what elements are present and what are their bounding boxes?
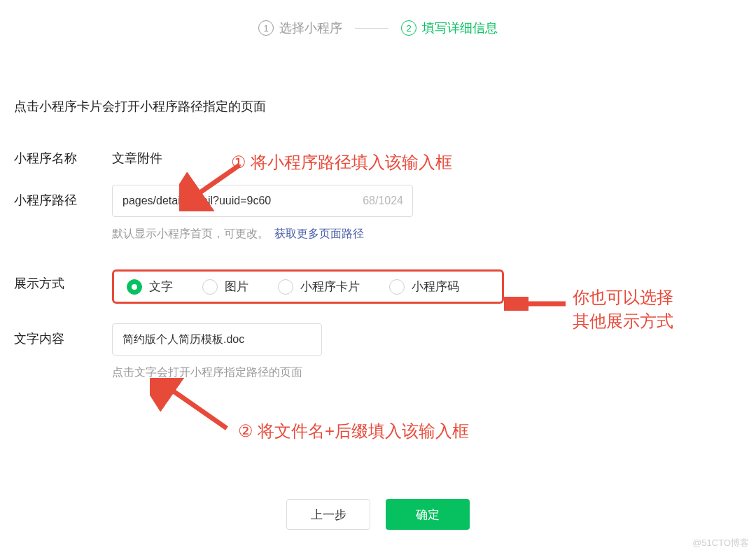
step-divider (355, 28, 388, 29)
step-number-icon: 2 (401, 20, 416, 36)
step-2-active[interactable]: 2 填写详细信息 (401, 20, 498, 36)
radio-label: 小程序码 (412, 279, 459, 295)
radio-label: 图片 (225, 279, 248, 295)
radio-label: 文字 (149, 279, 173, 295)
annotation-3: 你也可以选择其他展示方式 (573, 286, 673, 332)
text-content-hint: 点击文字会打开小程序指定路径的页面 (112, 365, 742, 380)
get-more-paths-link[interactable]: 获取更多页面路径 (274, 227, 364, 239)
annotation-num-icon: ① (231, 153, 246, 172)
radio-text[interactable]: 文字 (127, 279, 173, 295)
char-counter: 68/1024 (363, 185, 403, 217)
step-label: 填写详细信息 (422, 20, 498, 36)
confirm-button[interactable]: 确定 (386, 499, 470, 530)
annotation-1: ①将小程序路径填入该输入框 (231, 151, 452, 174)
stepper: 1 选择小程序 2 填写详细信息 (0, 0, 756, 36)
annotation-num-icon: ② (238, 421, 253, 441)
watermark: @51CTO博客 (692, 537, 749, 549)
radio-image[interactable]: 图片 (202, 279, 248, 295)
radio-icon (389, 279, 405, 295)
path-input-wrap: 68/1024 (112, 185, 413, 217)
label-app-path: 小程序路径 (14, 185, 112, 209)
radio-label: 小程序卡片 (300, 279, 360, 295)
prev-button[interactable]: 上一步 (286, 499, 370, 530)
radio-qrcode[interactable]: 小程序码 (389, 279, 459, 295)
row-app-path: 小程序路径 68/1024 默认显示小程序首页，可更改。 获取更多页面路径 (14, 185, 742, 241)
intro-text: 点击小程序卡片会打开小程序路径指定的页面 (14, 98, 742, 115)
step-number-icon: 1 (258, 20, 274, 36)
radio-card[interactable]: 小程序卡片 (278, 279, 360, 295)
radio-icon (278, 279, 293, 295)
path-hint-text: 默认显示小程序首页，可更改。 (112, 227, 269, 239)
label-display-mode: 展示方式 (14, 268, 112, 292)
radio-icon (202, 279, 218, 295)
text-content-input[interactable] (112, 323, 322, 356)
label-app-name: 小程序名称 (14, 143, 112, 167)
label-text-content: 文字内容 (14, 323, 112, 347)
display-mode-radio-group: 文字 图片 小程序卡片 小程序码 (112, 269, 504, 304)
step-label: 选择小程序 (279, 20, 342, 36)
step-1[interactable]: 1 选择小程序 (258, 20, 342, 36)
footer-actions: 上一步 确定 (0, 499, 756, 530)
radio-icon (127, 279, 142, 295)
form-content: 点击小程序卡片会打开小程序路径指定的页面 小程序名称 文章附件 小程序路径 68… (14, 98, 742, 398)
path-hint: 默认显示小程序首页，可更改。 获取更多页面路径 (112, 227, 742, 241)
annotation-2: ②将文件名+后缀填入该输入框 (238, 420, 469, 442)
